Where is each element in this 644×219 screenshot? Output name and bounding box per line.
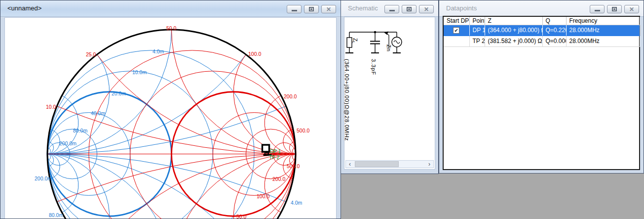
admittance-grid-label: 200.0m — [59, 140, 76, 146]
capacitor-value-label: 3.3pF — [371, 59, 377, 75]
impedance-grid-label: 25.0 — [86, 51, 96, 57]
impedance-grid-label: 200.0 — [272, 176, 285, 182]
admittance-grid-label: 10.0m — [132, 69, 147, 75]
admittance-grid-label: 40.0m — [91, 110, 105, 116]
impedance-grid-label: 500.0 — [297, 128, 309, 133]
datapoints-window-titlebar[interactable]: Datapoints ✕ — [439, 0, 644, 17]
datapoints-table-area: Start DP Point Z Q Frequency ✔ DP 1 (364… — [443, 16, 640, 170]
impedance-grid-label: 50.0 — [236, 214, 247, 219]
junction-dot — [374, 31, 377, 34]
column-header-point[interactable]: Point — [469, 17, 485, 25]
column-header-z[interactable]: Z — [485, 17, 542, 25]
admittance-grid-label: 200.0m — [35, 175, 52, 181]
dp1-marker-label: DP 1 — [270, 149, 281, 154]
admittance-grid-label: 4.0m — [291, 200, 303, 206]
schematic-window: Schematic ✕ ‹ › — [341, 0, 439, 174]
start-dp-checkbox[interactable]: ✔ — [453, 27, 459, 34]
minimize-button[interactable] — [590, 5, 605, 13]
load-resistor-symbol — [347, 38, 352, 47]
app-workspace: <unnamed> ✕ 10.025.050.0100.0200.0500.05… — [0, 0, 644, 219]
frequency-cell: 28.000MHz — [566, 36, 640, 46]
impedance-grid-label: 10.0 — [46, 104, 56, 110]
admittance-grid-label: 80.0m — [49, 212, 63, 218]
datapoints-window: Datapoints ✕ Start DP Point Z Q Frequenc… — [439, 0, 644, 174]
column-header-q[interactable]: Q — [542, 17, 566, 25]
table-row[interactable]: ✔ DP 1 (364.000 + j80.000) Ω Q=0.220 28.… — [444, 25, 640, 36]
table-row[interactable]: TP 2 (381.582 + j0.000) Ω Q=0.000 28.000… — [444, 36, 640, 46]
close-button[interactable]: ✕ — [624, 5, 639, 13]
impedance-annotation: (364.00+j80.00)Ω@28.0MHz — [344, 59, 350, 141]
column-header-start-dp[interactable]: Start DP — [444, 17, 469, 25]
impedance-grid-label: 100.0 — [248, 51, 261, 57]
q-cell: Q=0.220 — [542, 25, 566, 36]
scroll-right-arrow[interactable]: › — [425, 161, 433, 168]
minimize-icon — [595, 10, 600, 11]
admittance-grid-label: 80.0m — [73, 128, 87, 133]
impedance-grid-label: 200.0 — [284, 93, 297, 99]
zin-label: Zin — [386, 44, 391, 51]
datapoint-dp1-marker[interactable] — [263, 145, 269, 152]
scrollbar-track[interactable] — [354, 161, 425, 168]
scroll-left-arrow[interactable]: ‹ — [346, 161, 354, 168]
start-dp-empty-cell — [444, 36, 469, 46]
circuit-labels: ZL Zin 3.3pF (364.00+j80.00)Ω@28.0MHz — [344, 38, 391, 141]
datapoints-table: Start DP Point Z Q Frequency ✔ DP 1 (364… — [444, 17, 640, 47]
close-icon: ✕ — [629, 6, 634, 12]
restore-icon — [612, 7, 617, 11]
sine-wave-icon — [394, 41, 400, 44]
impedance-grid-label: 500.0 — [287, 163, 300, 169]
z-cell: (381.582 + j0.000) Ω — [485, 36, 542, 46]
admittance-grid-label: 20.0m — [112, 90, 126, 96]
smith-chart-window: <unnamed> ✕ 10.025.050.0100.0200.0500.05… — [0, 0, 341, 219]
table-header-row: Start DP Point Z Q Frequency — [444, 17, 640, 25]
schematic-drawing: ZL Zin 3.3pF (364.00+j80.00)Ω@28.0MHz — [341, 0, 439, 160]
horizontal-scrollbar[interactable]: ‹ › — [345, 160, 434, 168]
datapoints-window-title: Datapoints — [446, 0, 477, 16]
admittance-grid-label: 4.0m — [152, 48, 164, 54]
impedance-grid-label: 50.0 — [166, 25, 177, 31]
load-label: ZL — [352, 38, 358, 44]
smith-chart[interactable]: 10.025.050.0100.0200.0500.0500.0200.0100… — [0, 0, 341, 219]
column-header-frequency[interactable]: Frequency — [566, 17, 640, 25]
point-cell: DP 1 — [469, 25, 485, 36]
frequency-cell: 28.000MHz — [566, 25, 640, 36]
z-cell: (364.000 + j80.000) Ω — [485, 25, 542, 36]
point-cell: TP 2 — [469, 36, 485, 46]
datapoints-window-controls: ✕ — [590, 5, 639, 13]
restore-button[interactable] — [607, 5, 622, 13]
tp2-marker-label: TP 2 — [269, 155, 279, 160]
q-cell: Q=0.000 — [542, 36, 566, 46]
scrollbar-thumb[interactable] — [355, 161, 399, 167]
impedance-grid-label: 100.0 — [257, 193, 269, 199]
